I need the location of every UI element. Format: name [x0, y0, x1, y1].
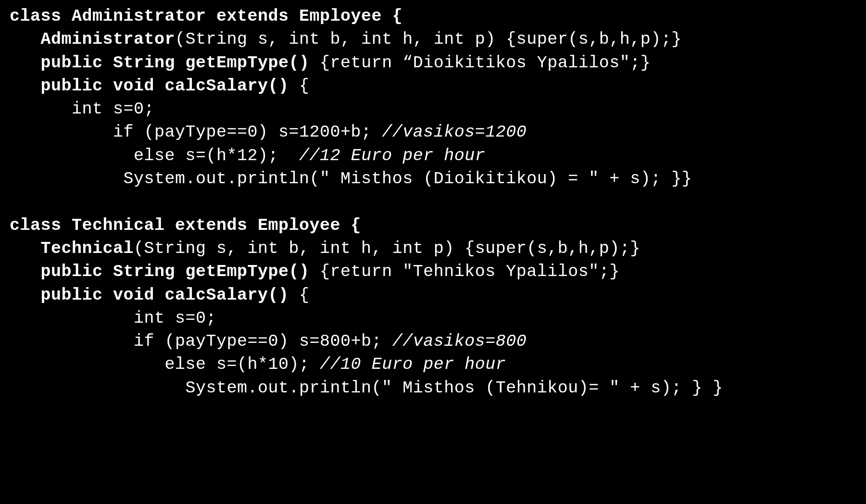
code-token: (String s, int b, int h, int p) {super(s…	[134, 239, 640, 258]
code-token: //12 Euro per hour	[299, 146, 485, 165]
code-token: Administrator	[10, 30, 175, 49]
code-token: //vasikos=1200	[382, 123, 527, 142]
code-line: class Technical extends Employee {	[10, 214, 866, 237]
code-token: class Administrator extends Employee {	[10, 7, 402, 26]
code-token: //vasikos=800	[392, 332, 527, 351]
code-token: {	[289, 76, 310, 96]
code-line: int s=0;	[10, 98, 866, 121]
code-token: System.out.println(" Misthos (Dioikitiko…	[10, 169, 692, 189]
code-line: public void calcSalary() {	[10, 284, 866, 307]
code-token: {return “Dioikitikos Ypalilos";}	[310, 53, 651, 73]
code-token: public void calcSalary()	[10, 286, 289, 305]
code-token: //10 Euro per hour	[320, 355, 506, 374]
code-token: else s=(h*12);	[10, 146, 299, 165]
code-line	[10, 190, 866, 214]
code-line: if (payType==0) s=1200+b; //vasikos=1200	[10, 121, 866, 144]
code-token: Technical	[10, 239, 134, 258]
code-token: (String s, int b, int h, int p) {super(s…	[175, 30, 682, 49]
code-token: else s=(h*10);	[10, 355, 320, 374]
code-line: int s=0;	[10, 307, 866, 330]
code-token: {return "Tehnikos Ypalilos";}	[310, 262, 620, 281]
code-line: public void calcSalary() {	[10, 75, 866, 98]
code-line: public String getEmpType() {return "Tehn…	[10, 260, 866, 283]
code-token: if (payType==0) s=1200+b;	[10, 123, 382, 142]
code-line: System.out.println(" Misthos (Dioikitiko…	[10, 167, 866, 190]
code-token: {	[289, 286, 310, 305]
code-token: class Technical extends Employee {	[10, 216, 361, 235]
code-token: int s=0;	[10, 309, 216, 328]
code-line: public String getEmpType() {return “Dioi…	[10, 51, 866, 75]
code-line: if (payType==0) s=800+b; //vasikos=800	[10, 330, 866, 353]
code-token: public String getEmpType()	[10, 262, 310, 281]
code-token: public String getEmpType()	[10, 53, 310, 73]
code-line: else s=(h*12); //12 Euro per hour	[10, 144, 866, 167]
code-token: public void calcSalary()	[10, 76, 289, 96]
code-line: System.out.println(" Misthos (Tehnikou)=…	[10, 377, 866, 400]
code-token: int s=0;	[10, 100, 154, 119]
code-line: else s=(h*10); //10 Euro per hour	[10, 353, 866, 376]
code-line: Technical(String s, int b, int h, int p)…	[10, 237, 866, 260]
code-line: class Administrator extends Employee {	[10, 5, 866, 28]
code-token: if (payType==0) s=800+b;	[10, 332, 392, 351]
code-block: class Administrator extends Employee { A…	[0, 0, 866, 400]
code-token: System.out.println(" Misthos (Tehnikou)=…	[10, 378, 723, 398]
code-line: Administrator(String s, int b, int h, in…	[10, 28, 866, 51]
